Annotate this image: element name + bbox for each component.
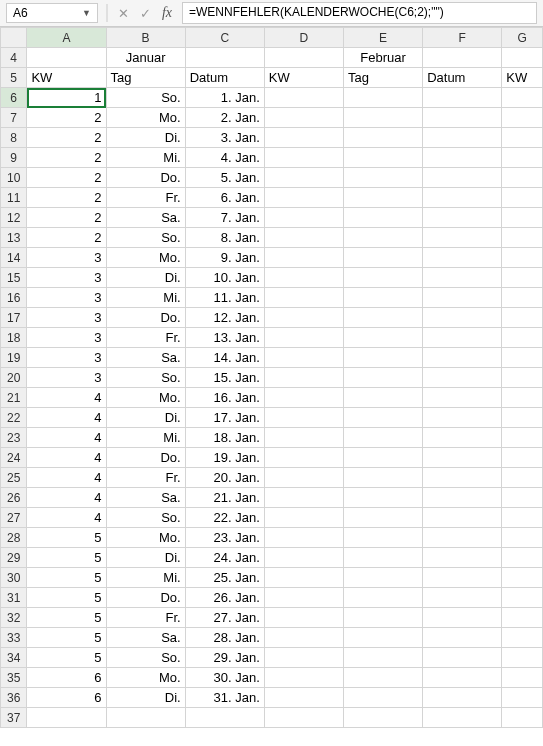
cell[interactable]	[502, 488, 543, 508]
cell[interactable]: 5	[27, 648, 106, 668]
cell[interactable]	[264, 588, 343, 608]
cell[interactable]: Fr.	[106, 188, 185, 208]
cell[interactable]	[423, 128, 502, 148]
cell[interactable]	[502, 688, 543, 708]
cell[interactable]	[423, 48, 502, 68]
cell[interactable]: So.	[106, 648, 185, 668]
row-header[interactable]: 25	[1, 468, 27, 488]
row-header[interactable]: 10	[1, 168, 27, 188]
row-header[interactable]: 26	[1, 488, 27, 508]
cell[interactable]	[344, 288, 423, 308]
cell[interactable]	[264, 148, 343, 168]
cell[interactable]	[423, 88, 502, 108]
row-header[interactable]: 33	[1, 628, 27, 648]
cell[interactable]: 16. Jan.	[185, 388, 264, 408]
cell[interactable]	[344, 588, 423, 608]
col-header-D[interactable]: D	[264, 28, 343, 48]
cell[interactable]	[264, 288, 343, 308]
cell[interactable]: 7. Jan.	[185, 208, 264, 228]
cell[interactable]	[264, 428, 343, 448]
cell[interactable]: 2	[27, 128, 106, 148]
cell[interactable]	[423, 108, 502, 128]
cell[interactable]	[502, 508, 543, 528]
row-header[interactable]: 36	[1, 688, 27, 708]
cell[interactable]	[423, 608, 502, 628]
cell[interactable]: Mo.	[106, 528, 185, 548]
cell[interactable]	[502, 408, 543, 428]
row-header[interactable]: 14	[1, 248, 27, 268]
cell[interactable]	[423, 668, 502, 688]
cell[interactable]: 8. Jan.	[185, 228, 264, 248]
cell[interactable]: 27. Jan.	[185, 608, 264, 628]
row-header[interactable]: 32	[1, 608, 27, 628]
cell[interactable]	[264, 308, 343, 328]
cell[interactable]: 11. Jan.	[185, 288, 264, 308]
cell[interactable]: Fr.	[106, 468, 185, 488]
cell[interactable]	[423, 488, 502, 508]
cell[interactable]: Sa.	[106, 628, 185, 648]
cell[interactable]	[264, 88, 343, 108]
cell[interactable]	[502, 548, 543, 568]
cell[interactable]: 5	[27, 628, 106, 648]
cell[interactable]: KW	[27, 68, 106, 88]
row-header[interactable]: 31	[1, 588, 27, 608]
row-header[interactable]: 37	[1, 708, 27, 728]
row-header[interactable]: 28	[1, 528, 27, 548]
cell[interactable]	[423, 508, 502, 528]
cell[interactable]	[264, 168, 343, 188]
cell[interactable]: 3	[27, 368, 106, 388]
cell[interactable]: 31. Jan.	[185, 688, 264, 708]
row-header[interactable]: 24	[1, 448, 27, 468]
cell[interactable]	[502, 428, 543, 448]
cell[interactable]: 26. Jan.	[185, 588, 264, 608]
cell[interactable]: KW	[502, 68, 543, 88]
cell[interactable]	[264, 108, 343, 128]
cell[interactable]: Januar	[106, 48, 185, 68]
cell[interactable]: 4. Jan.	[185, 148, 264, 168]
cell[interactable]: 3	[27, 308, 106, 328]
cell[interactable]: Sa.	[106, 348, 185, 368]
cell[interactable]	[502, 608, 543, 628]
cell[interactable]	[264, 708, 343, 728]
row-header[interactable]: 17	[1, 308, 27, 328]
cell[interactable]: 2	[27, 208, 106, 228]
cell[interactable]	[344, 368, 423, 388]
cell[interactable]: 3	[27, 288, 106, 308]
cell[interactable]	[344, 508, 423, 528]
row-header[interactable]: 13	[1, 228, 27, 248]
cell[interactable]: 15. Jan.	[185, 368, 264, 388]
cell[interactable]	[423, 268, 502, 288]
cell[interactable]: 20. Jan.	[185, 468, 264, 488]
formula-input[interactable]: =WENNFEHLER(KALENDERWOCHE(C6;2);"")	[182, 2, 537, 24]
cell[interactable]	[264, 228, 343, 248]
cell[interactable]	[502, 308, 543, 328]
col-header-G[interactable]: G	[502, 28, 543, 48]
cell[interactable]: 5	[27, 568, 106, 588]
cell[interactable]	[502, 228, 543, 248]
cell[interactable]	[502, 708, 543, 728]
cell[interactable]	[502, 468, 543, 488]
cell[interactable]	[502, 208, 543, 228]
row-header[interactable]: 16	[1, 288, 27, 308]
cell[interactable]	[423, 288, 502, 308]
cell[interactable]: 10. Jan.	[185, 268, 264, 288]
cell[interactable]: 19. Jan.	[185, 448, 264, 468]
cell[interactable]	[344, 468, 423, 488]
cell[interactable]: Do.	[106, 168, 185, 188]
chevron-down-icon[interactable]: ▼	[82, 8, 91, 18]
row-header[interactable]: 11	[1, 188, 27, 208]
fx-icon[interactable]: fx	[156, 3, 178, 23]
cell[interactable]: 6	[27, 688, 106, 708]
row-header[interactable]: 12	[1, 208, 27, 228]
cell[interactable]	[502, 648, 543, 668]
row-header[interactable]: 8	[1, 128, 27, 148]
cell[interactable]	[423, 628, 502, 648]
cell[interactable]	[502, 128, 543, 148]
cell[interactable]: 9. Jan.	[185, 248, 264, 268]
cell[interactable]	[502, 288, 543, 308]
cell[interactable]	[502, 248, 543, 268]
cell[interactable]	[502, 348, 543, 368]
cell[interactable]: Fr.	[106, 328, 185, 348]
cell[interactable]	[344, 88, 423, 108]
cell[interactable]	[502, 448, 543, 468]
